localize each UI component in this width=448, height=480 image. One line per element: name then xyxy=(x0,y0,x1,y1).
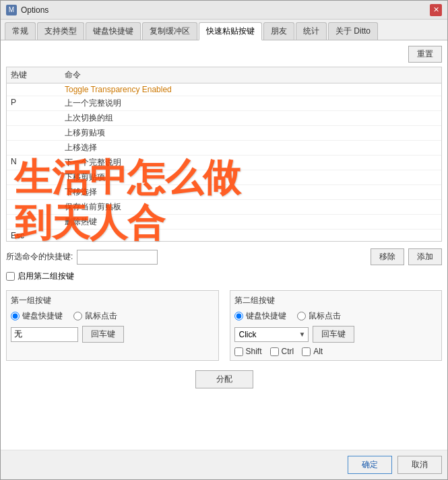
alt-checkbox-label[interactable]: Alt xyxy=(302,347,323,356)
cell-hotkey xyxy=(11,201,65,213)
table-body: Toggle Transparency Enabled P 上一个完整说明 上次… xyxy=(7,83,441,241)
table-row[interactable]: 上移剪贴项 xyxy=(7,126,441,141)
cell-hotkey xyxy=(11,172,65,183)
table-row[interactable]: 上次切换的组 xyxy=(7,111,441,126)
cell-command: 上一个完整说明 xyxy=(65,98,121,109)
cell-hotkey: N xyxy=(11,157,65,168)
remove-button[interactable]: 移除 xyxy=(371,248,404,265)
group2-click-dropdown[interactable]: Click Double Click Right Click xyxy=(234,327,309,342)
tab-general[interactable]: 常规 xyxy=(5,22,36,40)
group1-enter-button[interactable]: 回车键 xyxy=(82,326,124,343)
group1-radio-mouse[interactable]: 鼠标点击 xyxy=(73,310,117,322)
enable-second-label: 启用第二组按键 xyxy=(18,271,74,282)
groups-container: 第一组按键 键盘快捷键 鼠标点击 回车键 xyxy=(6,290,442,361)
content-area: 重置 热键 命令 Toggle Transparency Enabled P 上… xyxy=(1,40,447,450)
header-hotkey: 热键 xyxy=(11,69,65,81)
tab-support-type[interactable]: 支持类型 xyxy=(37,22,84,40)
tab-bar: 常规 支持类型 键盘快捷键 复制缓冲区 快速粘贴按键 朋友 统计 关于 Ditt… xyxy=(1,20,447,40)
cell-hotkey xyxy=(11,186,65,198)
group1-title: 第一组按键 xyxy=(11,295,214,306)
cell-command: 删除热键 xyxy=(65,216,97,228)
cell-command: 下一个完整说明 xyxy=(65,157,121,168)
ok-button[interactable]: 确定 xyxy=(348,456,392,474)
group2-radio-row: 键盘快捷键 鼠标点击 xyxy=(234,310,438,322)
shift-checkbox-label[interactable]: Shift xyxy=(234,347,262,356)
assign-row: 分配 xyxy=(6,370,442,388)
reset-row: 重置 xyxy=(6,46,442,63)
cell-hotkey: P xyxy=(11,98,65,109)
group2-dropdown-container: Click Double Click Right Click ▼ xyxy=(234,327,309,342)
window-title: Options xyxy=(21,5,49,15)
cell-hotkey xyxy=(11,142,65,153)
hotkey-table: 热键 命令 Toggle Transparency Enabled P 上一个完… xyxy=(6,67,442,242)
add-button[interactable]: 添加 xyxy=(408,248,442,265)
checkboxes-row: Shift Ctrl Alt xyxy=(234,347,438,356)
table-row[interactable]: 上移选择 xyxy=(7,141,441,156)
cell-hotkey xyxy=(11,127,65,139)
shortcut-input[interactable] xyxy=(77,250,158,265)
group2-radio-mouse[interactable]: 鼠标点击 xyxy=(297,310,341,322)
table-row[interactable]: Esc xyxy=(7,230,441,241)
app-icon: M xyxy=(6,5,17,15)
options-window: M Options ✕ 常规 支持类型 键盘快捷键 复制缓冲区 快速粘贴按键 朋… xyxy=(0,0,448,480)
group2-enter-button[interactable]: 回车键 xyxy=(313,326,354,343)
ctrl-checkbox-label[interactable]: Ctrl xyxy=(270,347,294,356)
table-row[interactable]: 下移剪贴项 xyxy=(7,170,441,185)
group2-box: 第二组按键 键盘快捷键 鼠标点击 xyxy=(230,290,443,361)
cell-command: 上移剪贴项 xyxy=(65,127,105,139)
tab-friends[interactable]: 朋友 xyxy=(263,22,294,40)
reset-button[interactable]: 重置 xyxy=(408,46,442,63)
shortcut-row: 所选命令的快捷键: 移除 添加 xyxy=(6,248,442,265)
cancel-button[interactable]: 取消 xyxy=(397,456,442,474)
assign-button[interactable]: 分配 xyxy=(195,370,253,388)
shortcut-actions: 移除 添加 xyxy=(371,248,442,265)
bottom-buttons: 确定 取消 xyxy=(1,450,447,479)
group1-key-input[interactable] xyxy=(11,327,78,342)
group2-input-row: Click Double Click Right Click ▼ 回车键 xyxy=(234,326,438,343)
table-row[interactable]: 保存当前剪贴板 xyxy=(7,200,441,215)
table-row[interactable]: 下移选择 xyxy=(7,185,441,200)
cell-command: 保存当前剪贴板 xyxy=(65,201,121,213)
tab-quick-paste[interactable]: 快速粘贴按键 xyxy=(199,22,262,40)
cell-hotkey xyxy=(11,216,65,228)
shortcut-label: 所选命令的快捷键: xyxy=(6,251,73,263)
tab-about[interactable]: 关于 Ditto xyxy=(328,22,378,40)
title-bar-left: M Options xyxy=(6,5,49,15)
ctrl-checkbox[interactable] xyxy=(270,347,279,356)
group1-input-row: 回车键 xyxy=(11,326,214,343)
tab-keyboard-shortcuts[interactable]: 键盘快捷键 xyxy=(86,22,141,40)
table-header: 热键 命令 xyxy=(7,67,441,83)
main-area: 生活中怎么做 到天人合 重置 热键 命令 Toggle Transparency… xyxy=(1,40,447,450)
group1-radio-keyboard[interactable]: 键盘快捷键 xyxy=(11,310,63,322)
group1-radio-row: 键盘快捷键 鼠标点击 xyxy=(11,310,214,322)
header-command: 命令 xyxy=(65,69,81,81)
alt-checkbox[interactable] xyxy=(302,347,311,356)
tab-stats[interactable]: 统计 xyxy=(296,22,327,40)
table-row[interactable]: P 上一个完整说明 xyxy=(7,96,441,111)
cell-hotkey xyxy=(11,85,65,94)
group2-radio-keyboard[interactable]: 键盘快捷键 xyxy=(234,310,286,322)
group2-title: 第二组按键 xyxy=(234,295,438,306)
table-row[interactable]: 删除热键 xyxy=(7,215,441,230)
group1-box: 第一组按键 键盘快捷键 鼠标点击 回车键 xyxy=(6,290,219,361)
cell-command: 上移选择 xyxy=(65,142,97,153)
close-button[interactable]: ✕ xyxy=(430,4,442,16)
cell-command: 下移选择 xyxy=(65,186,97,198)
cell-command: 上次切换的组 xyxy=(65,112,113,124)
enable-second-checkbox[interactable] xyxy=(6,272,15,281)
table-row[interactable]: N 下一个完整说明 xyxy=(7,156,441,170)
cell-command: 下移剪贴项 xyxy=(65,172,105,183)
enable-second-row: 启用第二组按键 xyxy=(6,271,442,282)
cell-command: Toggle Transparency Enabled xyxy=(65,85,172,94)
shift-checkbox[interactable] xyxy=(234,347,243,356)
cell-hotkey: Esc xyxy=(11,231,65,240)
table-row[interactable]: Toggle Transparency Enabled xyxy=(7,83,441,96)
title-bar: M Options ✕ xyxy=(1,1,447,20)
tab-copy-buffer[interactable]: 复制缓冲区 xyxy=(142,22,197,40)
cell-hotkey xyxy=(11,112,65,124)
